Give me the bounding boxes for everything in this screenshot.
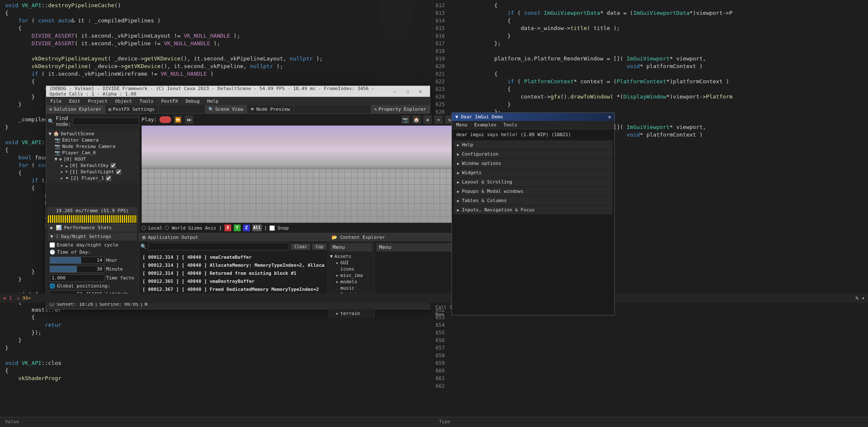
arrow-icon: ▶ [457, 143, 459, 147]
3d-viewport[interactable] [142, 126, 465, 223]
tree-item[interactable]: ▸ models [330, 279, 372, 285]
chevron-down-icon[interactable]: ▾ [862, 296, 865, 301]
warning-badge[interactable]: ⚠ 99+ [17, 296, 31, 301]
imgui-menubar: Menu Examples Tools [452, 121, 614, 129]
sun-icon: ☀ [65, 169, 68, 175]
tab-property-explorer[interactable]: ✎Property Explorer [371, 105, 430, 113]
performance-stats-button[interactable]: ▶ 📊Performance Stats [48, 224, 137, 232]
watch-panel-header: Value Type [0, 417, 868, 427]
tree-item[interactable]: icons [330, 266, 372, 272]
log-line: [ 00012.367 ] [ 40040 ] Freed DedicatedM… [142, 285, 324, 293]
day-night-settings-button[interactable]: ▼ ☽Day/Night Settings [48, 233, 137, 241]
menu-tools[interactable]: Tools [140, 99, 153, 104]
tabbar: ⚙Solution Explorer ▤PostFX Settings 🔍Sce… [46, 105, 430, 114]
folder-icon: 📂 [331, 235, 337, 240]
tree-item[interactable]: 📷Player_Cam_0 [49, 150, 136, 156]
imgui-demo-window[interactable]: ▼ Dear ImGui Demo ✕ Menu Examples Tools … [452, 112, 615, 315]
tab-solution-explorer[interactable]: ⚙Solution Explorer [46, 105, 105, 113]
camera-button[interactable]: 📷 [401, 115, 410, 124]
column-type[interactable]: Type [434, 417, 868, 427]
tree-item[interactable]: ▸ terrain [330, 310, 372, 317]
arrow-icon: ▶ [457, 180, 459, 184]
tab-scene-view[interactable]: 🔍Scene View [205, 105, 247, 113]
axis-z-button[interactable]: Z [243, 224, 250, 231]
imgui-menu-menu[interactable]: Menu [456, 122, 468, 128]
tree-root-node[interactable]: ▼ ✥[0] ROOT [49, 156, 136, 162]
axis-y-button[interactable]: Y [234, 224, 241, 231]
imgui-section-window-options[interactable]: ▶Window options [454, 159, 613, 168]
menu-object[interactable]: Object [115, 99, 132, 104]
tree-item[interactable]: 📷Editor Camera [49, 137, 136, 143]
imgui-section-help[interactable]: ▶Help [454, 140, 613, 149]
menubar: File Edit Project Object Tools PostFX De… [46, 97, 430, 105]
minimize-button[interactable]: — [389, 89, 401, 94]
menu-file[interactable]: File [50, 99, 62, 104]
imgui-section-tables[interactable]: ▶Tables & Columns [454, 196, 613, 205]
tab-postfx-settings[interactable]: ▤PostFX Settings [105, 105, 159, 113]
ide-statusbar: ⊗ 1 ⚠ 99+ [0, 293, 431, 303]
close-icon[interactable]: ✕ [608, 114, 611, 120]
log-output[interactable]: [ 00012.314 ] [ 40040 ] vmaCreateBuffer … [139, 252, 328, 298]
menu-project[interactable]: Project [88, 99, 107, 104]
search-icon: 🔍 [48, 118, 54, 124]
imgui-section-widgets[interactable]: ▶Widgets [454, 168, 613, 177]
collapse-arrow-icon[interactable]: ▼ [455, 114, 458, 120]
menu-postfx[interactable]: PostFX [161, 99, 178, 104]
column-value[interactable]: Value [0, 417, 434, 427]
imgui-menu-examples[interactable]: Examples [474, 122, 497, 128]
maximize-button[interactable]: ☐ [401, 89, 414, 94]
tree-item[interactable]: ▸ GUI [330, 260, 372, 266]
log-line: [ 00012.314 ] [ 40040 ] AllocateMemory: … [142, 261, 324, 269]
local-radio[interactable] [142, 226, 146, 230]
axis-all-button[interactable]: All [252, 224, 262, 231]
imgui-titlebar[interactable]: ▼ Dear ImGui Demo ✕ [452, 113, 614, 121]
home-button[interactable]: 🏠 [412, 115, 421, 124]
time-factor-input[interactable]: 1.000 [49, 274, 104, 282]
pencil-icon: ✎ [374, 107, 377, 112]
hour-slider[interactable]: 14 [49, 257, 104, 264]
tree-item[interactable]: ▸ ☀[1] DefaultLight [49, 169, 136, 175]
minute-slider[interactable]: 30 [49, 266, 104, 273]
move-button[interactable]: ↔ [434, 115, 443, 124]
tree-item[interactable]: ▸ misc_ima [330, 272, 372, 279]
copy-button[interactable]: Cop [312, 244, 326, 250]
snap-checkbox[interactable] [269, 225, 275, 231]
sliders-icon: ▤ [109, 107, 111, 112]
tree-root[interactable]: ▼ 🏠DefaultScene [49, 131, 136, 137]
enable-day-night-checkbox[interactable] [49, 242, 55, 248]
imgui-section-popups[interactable]: ▶Popups & Modal windows [454, 187, 613, 196]
play-button[interactable] [159, 116, 171, 123]
world-radio[interactable] [165, 226, 169, 230]
clear-button[interactable]: Clear [291, 244, 310, 250]
find-node-input[interactable] [73, 118, 139, 125]
log-line: [ 00012.314 ] [ 40040 ] vmaCreateBuffer [142, 253, 324, 261]
step-button[interactable]: ⏩ [174, 115, 182, 124]
imgui-section-inputs[interactable]: ▶Inputs, Navigation & Focus [454, 205, 613, 214]
menu-edit[interactable]: Edit [69, 99, 81, 104]
skip-button[interactable]: ⏭ [185, 115, 193, 124]
eye-icon: 👁 [250, 107, 255, 112]
close-button[interactable]: ✕ [414, 89, 427, 94]
tree-item[interactable]: ▼ Assets [330, 253, 372, 260]
titlebar[interactable]: [DEBUG - Vulkan] - DIVIDE Framework - (C… [46, 86, 430, 97]
imgui-section-layout[interactable]: ▶Layout & Scrolling [454, 178, 613, 186]
imgui-menu-tools[interactable]: Tools [503, 122, 517, 128]
tree-item[interactable]: ▸ ☁[0] DefaultSky [49, 162, 136, 169]
scene-view-panel: Play: ⏩ ⏭ 📷 🏠 ✥ ↔ ↻ ⛶ Local World [139, 114, 467, 309]
visibility-checkbox[interactable] [106, 175, 111, 181]
perf-stats-label: 19.265 ms/frame (51.9 FPS) [48, 207, 137, 214]
visibility-checkbox[interactable] [116, 169, 121, 175]
axis-x-button[interactable]: X [225, 224, 231, 231]
tree-item[interactable]: music [330, 285, 372, 291]
menu-help[interactable]: Help [207, 99, 219, 104]
imgui-section-configuration[interactable]: ▶Configuration [454, 150, 613, 159]
menu-debug[interactable]: Debug [186, 99, 200, 104]
tab-node-preview[interactable]: 👁Node Preview [247, 105, 293, 113]
content-menu-header[interactable]: Menu [330, 243, 372, 252]
tree-item[interactable]: 📷Node Preview Camera [49, 143, 136, 150]
visibility-checkbox[interactable] [110, 163, 116, 168]
error-badge[interactable]: ⊗ 1 [3, 296, 12, 301]
cursor-button[interactable]: ✥ [423, 115, 432, 124]
tree-item[interactable]: ▸ ⚭[2] Player_1 [49, 175, 136, 181]
output-filter-input[interactable] [148, 243, 289, 250]
